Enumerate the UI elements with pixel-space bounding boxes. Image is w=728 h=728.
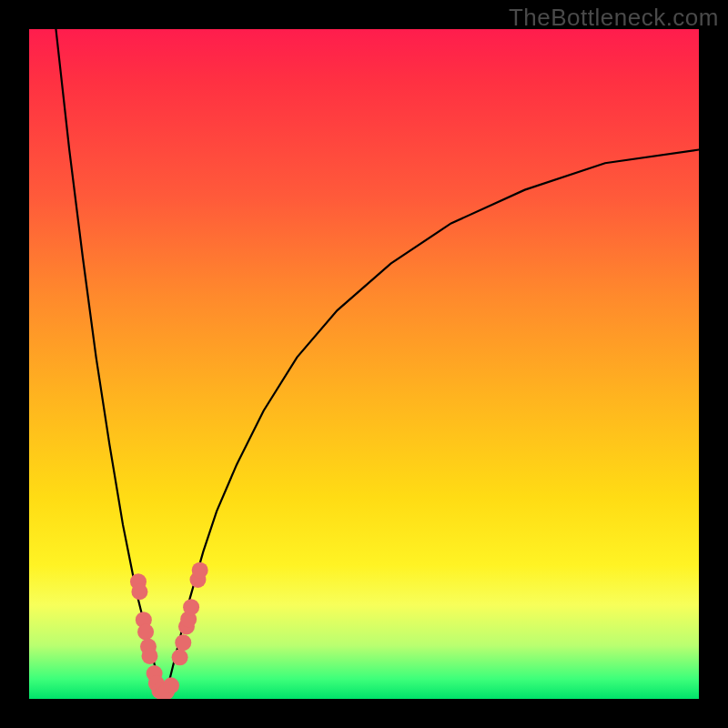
marker-dot — [131, 583, 147, 600]
marker-dot — [137, 623, 154, 640]
watermark-text: TheBottleneck.com — [509, 4, 719, 32]
marker-dots — [130, 562, 208, 699]
marker-dot — [183, 599, 199, 615]
marker-dot — [175, 634, 191, 651]
marker-dot — [192, 562, 208, 579]
chart-svg — [29, 29, 699, 699]
marker-dot — [141, 648, 157, 664]
marker-dot — [172, 649, 188, 665]
curve-right-path — [167, 149, 699, 692]
marker-dot — [163, 677, 179, 693]
curve-right — [167, 149, 699, 692]
outer-frame: TheBottleneck.com — [0, 0, 728, 728]
plot-area — [29, 29, 699, 699]
